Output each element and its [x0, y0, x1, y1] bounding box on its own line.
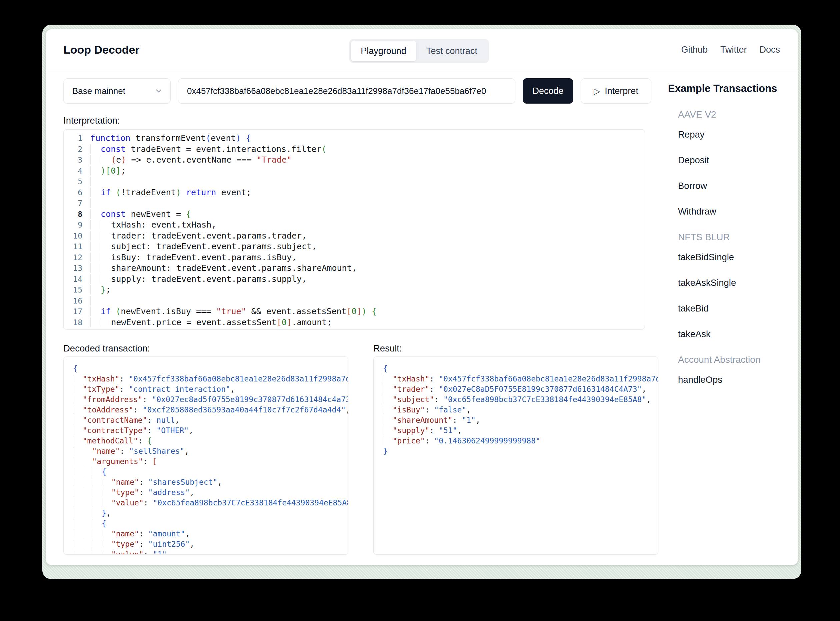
example-deposit[interactable]: Deposit — [678, 155, 798, 165]
code-line: 17 if (newEvent.isBuy === "true" && even… — [64, 306, 645, 317]
json-line: "name": "amount", — [64, 529, 348, 539]
json-line: "methodCall": { — [64, 436, 348, 446]
examples-list: AAVE V2RepayDepositBorrowWithdrawNFTS BL… — [668, 109, 798, 385]
json-line: "txType": "contract interaction", — [64, 384, 348, 394]
json-line: "subject": "0xc65fea898bcb37C7cE338184fe… — [374, 394, 658, 405]
tx-hash-input[interactable] — [178, 78, 516, 104]
code-line: 8 const newEvent = { — [64, 209, 645, 220]
line-number: 8 — [64, 209, 90, 220]
json-line: "txHash": "0x457fcf338baf66a08ebc81ea1e2… — [64, 374, 348, 384]
json-line: "isBuy": "false", — [374, 405, 658, 415]
line-number: 16 — [64, 295, 90, 306]
app-frame: Loop Decoder PlaygroundTest contract Git… — [42, 25, 801, 579]
json-line: { — [374, 364, 658, 374]
line-number: 6 — [64, 187, 90, 198]
json-line: { — [64, 467, 348, 477]
json-line: "arguments": [ — [64, 456, 348, 467]
line-number: 2 — [64, 144, 90, 155]
line-number: 15 — [64, 285, 90, 295]
line-number: 13 — [64, 263, 90, 274]
json-line: } — [374, 446, 658, 456]
network-select[interactable]: Base mainnet — [63, 78, 171, 104]
code-line: 1function transformEvent(event) { — [64, 133, 645, 144]
code-line: 9 txHash: event.txHash, — [64, 220, 645, 230]
json-line: }, — [64, 508, 348, 518]
view-tabs: PlaygroundTest contract — [349, 39, 489, 63]
example-withdraw[interactable]: Withdraw — [678, 206, 798, 217]
json-line: { — [64, 364, 348, 374]
json-line: "value": "1" — [64, 549, 348, 555]
json-line: "contractName": null, — [64, 415, 348, 426]
header-link-github[interactable]: Github — [681, 44, 708, 55]
code-line: 15 }; — [64, 285, 645, 295]
code-line: 12 isBuy: tradeEvent.event.params.isBuy, — [64, 252, 645, 263]
line-number: 14 — [64, 274, 90, 285]
code-line: 3 (e) => e.event.eventName === "Trade" — [64, 154, 645, 165]
example-section-aave-v2: AAVE V2 — [678, 109, 798, 120]
decoded-json-panel: { "txHash": "0x457fcf338baf66a08ebc81ea1… — [63, 356, 348, 555]
code-line: 2 const tradeEvent = event.interactions.… — [64, 144, 645, 155]
json-line: "price": "0.1463062499999999988" — [374, 436, 658, 446]
header-links: GithubTwitterDocs — [681, 44, 780, 55]
line-number: 7 — [64, 198, 90, 209]
result-json-panel: { "txHash": "0x457fcf338baf66a08ebc81ea1… — [373, 356, 658, 555]
line-number: 18 — [64, 317, 90, 328]
code-editor[interactable]: 1function transformEvent(event) {2 const… — [63, 129, 645, 330]
example-takebidsingle[interactable]: takeBidSingle — [678, 252, 798, 262]
line-number: 3 — [64, 154, 90, 165]
json-line: { — [64, 518, 348, 529]
interpretation-label: Interpretation: — [63, 115, 120, 126]
json-line: "contractType": "OTHER", — [64, 426, 348, 436]
result-label: Result: — [373, 343, 402, 354]
code-line: 6 if (!tradeEvent) return event; — [64, 187, 645, 198]
line-number: 4 — [64, 165, 90, 177]
example-takebid[interactable]: takeBid — [678, 303, 798, 314]
code-line: 10 trader: tradeEvent.event.params.trade… — [64, 230, 645, 242]
json-line: "name": "sellShares", — [64, 446, 348, 456]
example-takeasksingle[interactable]: takeAskSingle — [678, 277, 798, 288]
header-link-docs[interactable]: Docs — [759, 44, 780, 55]
network-select-value: Base mainnet — [72, 86, 125, 96]
code-line: 11 subject: tradeEvent.event.params.subj… — [64, 241, 645, 252]
app-card: Loop Decoder PlaygroundTest contract Git… — [45, 29, 798, 565]
line-number: 1 — [64, 133, 90, 144]
line-number: 11 — [64, 241, 90, 252]
example-handleops[interactable]: handleOps — [678, 374, 798, 385]
example-takeask[interactable]: takeAsk — [678, 329, 798, 339]
header: Loop Decoder PlaygroundTest contract Git… — [45, 29, 798, 70]
json-line: "supply": "51", — [374, 426, 658, 436]
json-line: "type": "uint256", — [64, 539, 348, 549]
line-number: 9 — [64, 220, 90, 230]
json-line: "txHash": "0x457fcf338baf66a08ebc81ea1e2… — [374, 374, 658, 384]
decoded-transaction-label: Decoded transaction: — [63, 343, 150, 354]
code-line: 4 )[0]; — [64, 165, 645, 177]
code-line: 13 shareAmount: tradeEvent.event.params.… — [64, 263, 645, 274]
code-line: 7 — [64, 198, 645, 209]
example-section-nfts-blur: NFTS BLUR — [678, 232, 798, 242]
json-line: "fromAddress": "0x027ec8ad5f0755e8199c37… — [64, 394, 348, 405]
json-line: "value": "0xc65fea898bcb37C7cE338184fe44… — [64, 498, 348, 508]
interpret-button-label: Interpret — [605, 86, 638, 96]
code-line: 16 — [64, 295, 645, 306]
header-link-twitter[interactable]: Twitter — [720, 44, 747, 55]
interpret-button[interactable]: ▷ Interpret — [581, 78, 651, 104]
json-line: "toAddress": "0xcf205808ed36593aa40a44f1… — [64, 405, 348, 415]
code-line: 14 supply: tradeEvent.event.params.suppl… — [64, 274, 645, 285]
chevron-down-icon — [154, 86, 163, 95]
json-line: "name": "sharesSubject", — [64, 477, 348, 488]
app-title: Loop Decoder — [63, 43, 139, 56]
example-borrow[interactable]: Borrow — [678, 180, 798, 191]
examples-sidebar: Example Transactions AAVE V2RepayDeposit… — [668, 83, 798, 400]
controls-row: Base mainnet Decode ▷ Interpret — [63, 78, 651, 104]
line-number: 5 — [64, 176, 90, 187]
tab-playground[interactable]: Playground — [351, 41, 416, 61]
code-line: 18 newEvent.price = event.assetsSent[0].… — [64, 317, 645, 328]
json-line: "trader": "0x027eC8aD5F0755E8199c370877d… — [374, 384, 658, 394]
json-line: "shareAmount": "1", — [374, 415, 658, 426]
code-line: 5 — [64, 176, 645, 187]
tab-test-contract[interactable]: Test contract — [416, 41, 487, 61]
example-section-account-abstraction: Account Abstraction — [678, 354, 798, 365]
decode-button[interactable]: Decode — [523, 78, 573, 104]
play-outline-icon: ▷ — [594, 86, 600, 96]
example-repay[interactable]: Repay — [678, 129, 798, 140]
